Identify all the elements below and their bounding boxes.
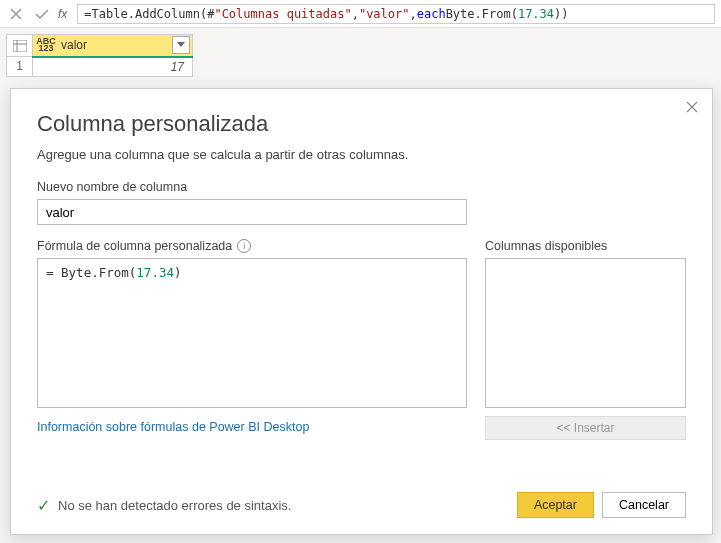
formula-token: , [410, 7, 417, 21]
column-header[interactable]: ABC 123 valor [33, 35, 193, 57]
formula-label-text: Fórmula de columna personalizada [37, 239, 232, 253]
datatype-icon[interactable]: ABC 123 [33, 35, 59, 56]
formula-token: ( [511, 7, 518, 21]
svg-rect-0 [13, 40, 27, 52]
cancel-button[interactable]: Cancelar [602, 492, 686, 518]
close-icon[interactable] [682, 97, 702, 117]
dialog-title: Columna personalizada [37, 111, 686, 137]
custom-formula-input[interactable]: = Byte.From(17.34) [37, 258, 467, 408]
row-number: 1 [7, 57, 33, 77]
check-icon: ✓ [37, 496, 50, 515]
new-column-name-input[interactable] [37, 199, 467, 225]
new-column-name-label: Nuevo nombre de columna [37, 180, 686, 194]
syntax-status-text: No se han detectado errores de sintaxis. [58, 498, 291, 513]
formula-token: 17.34 [518, 7, 554, 21]
formula-token: ) [174, 265, 182, 280]
formula-token: = [46, 265, 61, 280]
table-row[interactable]: 1 17 [7, 57, 193, 77]
formula-token: = [84, 7, 91, 21]
datatype-123: 123 [38, 45, 53, 52]
formula-token: Byte.From [446, 7, 511, 21]
table-corner-icon[interactable] [7, 35, 33, 57]
formula-token: Byte.From [61, 265, 129, 280]
ok-button[interactable]: Aceptar [517, 492, 594, 518]
learn-more-link[interactable]: Información sobre fórmulas de Power BI D… [37, 420, 309, 434]
formula-bar: fx = Table.AddColumn (# "Columnas quitad… [0, 0, 721, 28]
formula-token: 17.34 [136, 265, 174, 280]
formula-token: "Columnas quitadas" [214, 7, 351, 21]
fx-icon[interactable]: fx [58, 7, 67, 21]
formula-token: Table.AddColumn [92, 7, 200, 21]
dialog-subtitle: Agregue una columna que se calcula a par… [37, 147, 686, 162]
available-columns-list[interactable] [485, 258, 686, 408]
formula-token: "valor" [359, 7, 410, 21]
column-header-name: valor [59, 38, 172, 52]
formula-token: (# [200, 7, 214, 21]
custom-column-dialog: Columna personalizada Agregue una column… [10, 88, 713, 535]
dialog-footer: ✓ No se han detectado errores de sintaxi… [37, 492, 686, 518]
syntax-status: ✓ No se han detectado errores de sintaxi… [37, 496, 291, 515]
data-grid[interactable]: ABC 123 valor 1 17 [6, 34, 193, 77]
confirm-formula-icon[interactable] [32, 4, 52, 24]
cancel-formula-icon[interactable] [6, 4, 26, 24]
column-filter-dropdown[interactable] [172, 36, 190, 54]
data-grid-area: ABC 123 valor 1 17 [0, 28, 721, 77]
formula-token: , [352, 7, 359, 21]
formula-label: Fórmula de columna personalizada i [37, 239, 467, 253]
formula-token: each [417, 7, 446, 21]
formula-bar-input[interactable]: = Table.AddColumn (# "Columnas quitadas"… [77, 4, 715, 24]
cell-value[interactable]: 17 [33, 57, 193, 77]
insert-column-button: << Insertar [485, 416, 686, 440]
info-icon[interactable]: i [237, 239, 251, 253]
formula-token: )) [554, 7, 568, 21]
available-columns-label: Columnas disponibles [485, 239, 686, 253]
